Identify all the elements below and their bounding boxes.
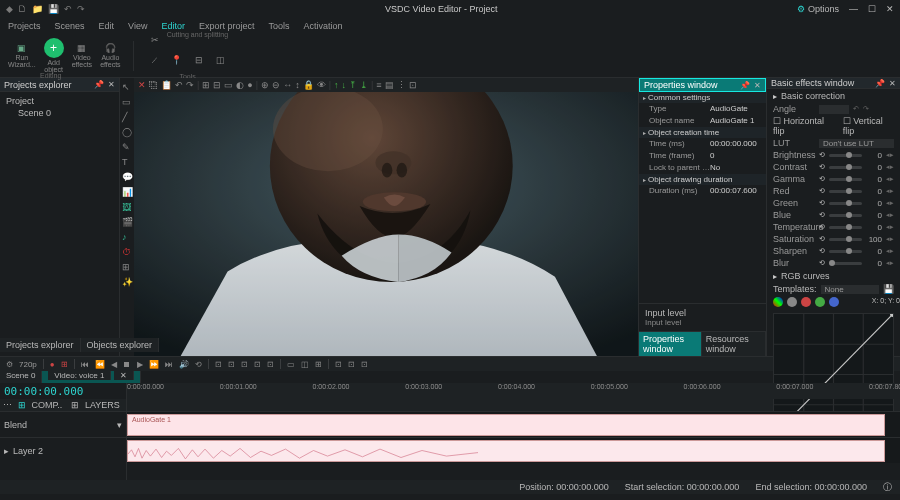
- tab-properties[interactable]: Properties window: [639, 332, 702, 356]
- pt-zoomout-icon[interactable]: ⊖: [272, 80, 280, 90]
- tl-layout1-icon[interactable]: ▭: [287, 360, 295, 369]
- pt-snap-icon[interactable]: ⊟: [213, 80, 221, 90]
- tl-h-icon[interactable]: ⊡: [361, 360, 368, 369]
- flip-h-checkbox[interactable]: ☐ Horizontal flip: [773, 116, 835, 136]
- slider-reset-icon[interactable]: ⟲: [819, 247, 825, 255]
- tl-settings-icon[interactable]: ⚙: [6, 360, 13, 369]
- minimize-icon[interactable]: —: [849, 4, 858, 14]
- tool-rect-icon[interactable]: ▭: [122, 97, 132, 107]
- tool-chart-icon[interactable]: 📊: [122, 187, 132, 197]
- video-effects-button[interactable]: ▦ Video effects: [72, 43, 93, 68]
- slider-track[interactable]: [829, 238, 862, 241]
- pt-more-icon[interactable]: ⊡: [409, 80, 417, 90]
- template-dropdown[interactable]: None: [821, 285, 879, 294]
- panel-pin-icon[interactable]: 📌: [94, 80, 104, 89]
- tool-pointer-icon[interactable]: ↖: [122, 82, 132, 92]
- resolution-dropdown[interactable]: 720p: [19, 360, 37, 369]
- maximize-icon[interactable]: ☐: [868, 4, 876, 14]
- slider-reset-icon[interactable]: ⟲: [819, 175, 825, 183]
- lut-dropdown[interactable]: Don't use LUT: [819, 139, 894, 148]
- menu-activation[interactable]: Activation: [303, 21, 342, 31]
- tl-tab-dots[interactable]: ⋯: [0, 399, 15, 411]
- slider-arrows-icon[interactable]: ◂▸: [886, 247, 894, 255]
- tl-layout2-icon[interactable]: ◫: [301, 360, 309, 369]
- tool-image-icon[interactable]: 🖼: [122, 202, 132, 212]
- slider-arrows-icon[interactable]: ◂▸: [886, 163, 894, 171]
- pt-flipv-icon[interactable]: ↕: [295, 80, 300, 90]
- slider-track[interactable]: [829, 202, 862, 205]
- tree-scene[interactable]: Scene 0: [6, 107, 113, 119]
- tool-crop-icon[interactable]: ◫: [212, 51, 230, 69]
- tl-c-icon[interactable]: ⊡: [241, 360, 248, 369]
- prop-close-icon[interactable]: ✕: [754, 81, 761, 90]
- pt-paste-icon[interactable]: 📋: [161, 80, 172, 90]
- tl-play-icon[interactable]: ▶: [137, 360, 143, 369]
- tl-layout3-icon[interactable]: ⊞: [315, 360, 322, 369]
- menu-view[interactable]: View: [128, 21, 147, 31]
- slider-track[interactable]: [829, 154, 862, 157]
- pt-undo-icon[interactable]: ↶: [175, 80, 183, 90]
- audio-waveform-clip[interactable]: [127, 440, 885, 462]
- slider-track[interactable]: [829, 250, 862, 253]
- tree-project[interactable]: Project: [6, 95, 113, 107]
- tab-projects-explorer[interactable]: Projects explorer: [0, 338, 81, 352]
- rotate-ccw-icon[interactable]: ↶: [853, 105, 859, 113]
- curve-red-icon[interactable]: [801, 297, 811, 307]
- pt-zoomin-icon[interactable]: ⊕: [261, 80, 269, 90]
- tool-marker-icon[interactable]: 📍: [168, 51, 186, 69]
- preview-canvas[interactable]: [134, 92, 638, 356]
- curve-blue-icon[interactable]: [829, 297, 839, 307]
- flip-v-checkbox[interactable]: ☐ Vertical flip: [843, 116, 894, 136]
- slider-track[interactable]: [829, 178, 862, 181]
- track-1[interactable]: AudioGate 1: [127, 411, 900, 437]
- tool-razor-icon[interactable]: ⟋: [146, 51, 164, 69]
- run-wizard-button[interactable]: ▣ Run Wizard...: [8, 43, 36, 68]
- tl-loop-icon[interactable]: ⟲: [195, 360, 202, 369]
- tl-f-icon[interactable]: ⊡: [335, 360, 342, 369]
- slider-reset-icon[interactable]: ⟲: [819, 235, 825, 243]
- slider-arrows-icon[interactable]: ◂▸: [886, 259, 894, 267]
- slider-arrows-icon[interactable]: ◂▸: [886, 235, 894, 243]
- group-creation[interactable]: Object creation time: [639, 127, 766, 138]
- audio-effects-button[interactable]: 🎧 Audio effects: [100, 43, 121, 68]
- tb-open-icon[interactable]: 📁: [32, 4, 43, 14]
- tb-undo-icon[interactable]: ↶: [64, 4, 72, 14]
- tool-line-icon[interactable]: ╱: [122, 112, 132, 122]
- close-icon[interactable]: ✕: [886, 4, 894, 14]
- tool-counter-icon[interactable]: ⏱: [122, 247, 132, 257]
- tl-tab-scene[interactable]: Scene 0: [0, 371, 42, 383]
- slider-arrows-icon[interactable]: ◂▸: [886, 223, 894, 231]
- slider-reset-icon[interactable]: ⟲: [819, 199, 825, 207]
- pt-eye-icon[interactable]: 👁: [317, 80, 326, 90]
- pt-bottom-icon[interactable]: ⤓: [360, 80, 368, 90]
- angle-input[interactable]: [819, 105, 849, 114]
- menu-scenes[interactable]: Scenes: [55, 21, 85, 31]
- tool-text-icon[interactable]: T: [122, 157, 132, 167]
- tl-rewind-icon[interactable]: ⏪: [95, 360, 105, 369]
- group-common[interactable]: Common settings: [639, 92, 766, 103]
- tool-ellipse-icon[interactable]: ◯: [122, 127, 132, 137]
- pt-redo-icon[interactable]: ↷: [186, 80, 194, 90]
- slider-reset-icon[interactable]: ⟲: [819, 187, 825, 195]
- tl-d-icon[interactable]: ⊡: [254, 360, 261, 369]
- tab-resources[interactable]: Resources window: [702, 332, 766, 356]
- tab-objects-explorer[interactable]: Objects explorer: [81, 338, 160, 352]
- tl-vol-icon[interactable]: 🔊: [179, 360, 189, 369]
- tl-a-icon[interactable]: ⊡: [215, 360, 222, 369]
- status-help-icon[interactable]: ⓘ: [883, 481, 892, 494]
- pt-box-icon[interactable]: ▭: [224, 80, 233, 90]
- slider-arrows-icon[interactable]: ◂▸: [886, 199, 894, 207]
- pt-grid-icon[interactable]: ⊞: [202, 80, 210, 90]
- pt-circle-icon[interactable]: ●: [247, 80, 252, 90]
- pt-lock-icon[interactable]: 🔒: [303, 80, 314, 90]
- add-object-button[interactable]: + Add object: [44, 38, 64, 73]
- pt-down-icon[interactable]: ↓: [341, 80, 346, 90]
- tb-redo-icon[interactable]: ↷: [77, 4, 85, 14]
- track-header-blend[interactable]: Blend▾: [0, 411, 126, 437]
- track-header-layer2[interactable]: ▸Layer 2: [0, 437, 126, 463]
- slider-track[interactable]: [829, 226, 862, 229]
- slider-reset-icon[interactable]: ⟲: [819, 151, 825, 159]
- slider-track[interactable]: [829, 262, 862, 265]
- tl-rec-icon[interactable]: ●: [50, 360, 55, 369]
- curve-green-icon[interactable]: [815, 297, 825, 307]
